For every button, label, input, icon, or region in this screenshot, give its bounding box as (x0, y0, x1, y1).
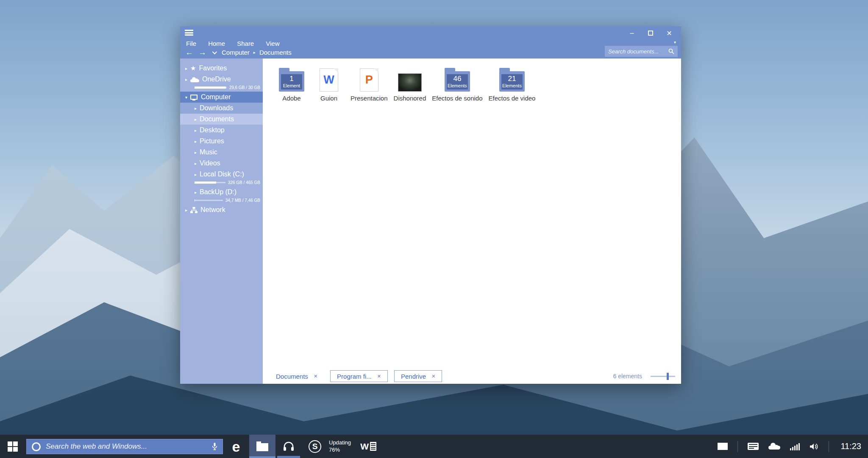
word-icon: W (360, 441, 376, 452)
system-tray: 11:23 (718, 435, 868, 458)
menu-view[interactable]: View (266, 40, 279, 47)
close-button[interactable]: ✕ (660, 27, 679, 39)
back-icon[interactable]: ← (185, 48, 193, 56)
task-view-icon (718, 443, 728, 450)
tab-program-files[interactable]: Program fi... ✕ (330, 370, 388, 382)
cortana-icon[interactable] (32, 442, 41, 451)
storage-text: 29,6 GB / 30 GB (229, 85, 260, 90)
folder-count: 1 (289, 75, 293, 83)
folder-icon: 1 Element (279, 68, 304, 92)
edge-taskbar-button[interactable]: e (223, 435, 249, 458)
sidebar-item-music[interactable]: ▸ Music (180, 147, 263, 158)
taskbar-search-box (26, 439, 223, 454)
minimize-icon: – (630, 29, 634, 37)
close-tab-icon[interactable]: ✕ (431, 374, 435, 379)
file-item-efectos-de-video[interactable]: 21 Elements Efectos de video (486, 66, 539, 102)
sidebar-item-label: Documents (200, 115, 234, 123)
sidebar-item-network[interactable]: ▸ Network (180, 204, 263, 215)
sidebar-item-documents[interactable]: ▸ Documents (180, 114, 263, 125)
expand-icon[interactable]: ▸ (195, 117, 200, 122)
star-icon: ★ (190, 64, 196, 72)
file-item-guion[interactable]: W Guion (310, 66, 348, 102)
volume-tray-button[interactable] (810, 443, 819, 450)
file-item-adobe[interactable]: 1 Element Adobe (273, 66, 310, 102)
file-grid: 1 Element Adobe W Guion (263, 59, 681, 369)
sidebar-item-local-disk-c[interactable]: ▸ Local Disk (C:) (180, 169, 263, 180)
expand-icon[interactable]: ▸ (195, 190, 200, 195)
local-disk-storage: 326 GB / 465 GB (180, 180, 263, 187)
menu-home[interactable]: Home (208, 40, 225, 47)
sidebar-item-onedrive[interactable]: ▸ OneDrive (180, 74, 263, 85)
window-chrome: – ✕ ▾ File Home Share View ← → Computer … (180, 26, 681, 59)
expand-icon[interactable]: ▸ (195, 172, 200, 177)
tab-pendrive[interactable]: Pendrive ✕ (394, 370, 442, 382)
tab-documents[interactable]: Documents ✕ (270, 370, 324, 382)
expand-icon[interactable]: ▸ (185, 208, 190, 212)
folder-count: 21 (508, 75, 516, 83)
sidebar-item-label: Local Disk (C:) (200, 170, 244, 178)
sidebar-item-backup-d[interactable]: ▸ BackUp (D:) (180, 187, 263, 198)
speaker-icon (810, 443, 819, 450)
minimize-button[interactable]: – (623, 27, 641, 39)
microphone-icon[interactable] (212, 442, 217, 451)
menu-share[interactable]: Share (237, 40, 254, 47)
start-button[interactable] (0, 435, 25, 458)
touch-keyboard-button[interactable] (748, 443, 759, 450)
expand-icon[interactable]: ▸ (185, 77, 190, 82)
sidebar-item-downloads[interactable]: ▸ Downloads (180, 103, 263, 114)
zoom-slider-thumb[interactable] (667, 373, 669, 380)
file-item-efectos-de-sonido[interactable]: 46 Elements Efectos de sonido (429, 66, 485, 102)
taskbar-search-input[interactable] (46, 442, 207, 451)
close-tab-icon[interactable]: ✕ (314, 374, 317, 379)
collapse-icon[interactable]: ▾ (185, 95, 190, 100)
storage-bar (195, 87, 227, 88)
folder-icon: 21 Elements (499, 68, 525, 92)
search-icon[interactable] (668, 48, 674, 54)
sidebar-item-label: Computer (201, 93, 231, 101)
storage-text: 326 GB / 465 GB (228, 180, 260, 185)
breadcrumb-documents[interactable]: Documents (259, 49, 292, 56)
skype-taskbar-button[interactable]: S (302, 435, 328, 458)
breadcrumb: Computer ▸ Documents (222, 49, 292, 56)
search-box (605, 46, 678, 57)
forward-icon[interactable]: → (198, 48, 206, 56)
expand-icon[interactable]: ▸ (195, 161, 200, 166)
zoom-slider[interactable] (651, 376, 675, 377)
task-view-button[interactable] (718, 443, 728, 450)
tray-divider (737, 441, 738, 452)
folder-count: 46 (453, 75, 461, 83)
tab-label: Program fi... (337, 373, 372, 380)
onedrive-tray-button[interactable] (768, 443, 780, 450)
sidebar-item-favorites[interactable]: ▸ ★ Favorites (180, 63, 263, 74)
windows-logo-icon (8, 441, 18, 452)
chevron-down-icon[interactable]: ▾ (674, 40, 676, 45)
hamburger-menu-icon[interactable] (185, 30, 193, 36)
file-explorer-taskbar-button[interactable] (249, 435, 275, 458)
breadcrumb-computer[interactable]: Computer (222, 49, 250, 56)
maximize-button[interactable] (641, 27, 660, 39)
search-input[interactable] (608, 48, 668, 55)
breadcrumb-separator-icon: ▸ (253, 50, 256, 55)
sidebar-item-pictures[interactable]: ▸ Pictures (180, 136, 263, 147)
audio-app-taskbar-button[interactable] (275, 435, 302, 458)
word-taskbar-button[interactable]: W (355, 435, 381, 458)
expand-icon[interactable]: ▸ (185, 66, 190, 71)
file-item-presentacion[interactable]: P Presentacion (348, 66, 391, 102)
expand-icon[interactable]: ▸ (195, 106, 200, 111)
sidebar-item-label: Pictures (200, 137, 224, 145)
content-area: 1 Element Adobe W Guion (263, 59, 681, 384)
history-chevron-icon[interactable] (212, 49, 217, 54)
sidebar-item-desktop[interactable]: ▸ Desktop (180, 125, 263, 136)
sidebar-item-videos[interactable]: ▸ Videos (180, 158, 263, 169)
storage-fill (195, 182, 216, 184)
taskbar-clock[interactable]: 11:23 (840, 441, 861, 451)
sidebar-item-label: BackUp (D:) (200, 188, 236, 196)
network-tray-button[interactable] (790, 443, 800, 450)
close-tab-icon[interactable]: ✕ (377, 374, 381, 379)
file-item-dishonored[interactable]: Dishonored (391, 66, 429, 102)
expand-icon[interactable]: ▸ (195, 139, 200, 144)
menu-file[interactable]: File (186, 40, 196, 47)
expand-icon[interactable]: ▸ (195, 128, 200, 133)
expand-icon[interactable]: ▸ (195, 150, 200, 155)
sidebar-item-computer[interactable]: ▾ Computer (180, 92, 263, 103)
